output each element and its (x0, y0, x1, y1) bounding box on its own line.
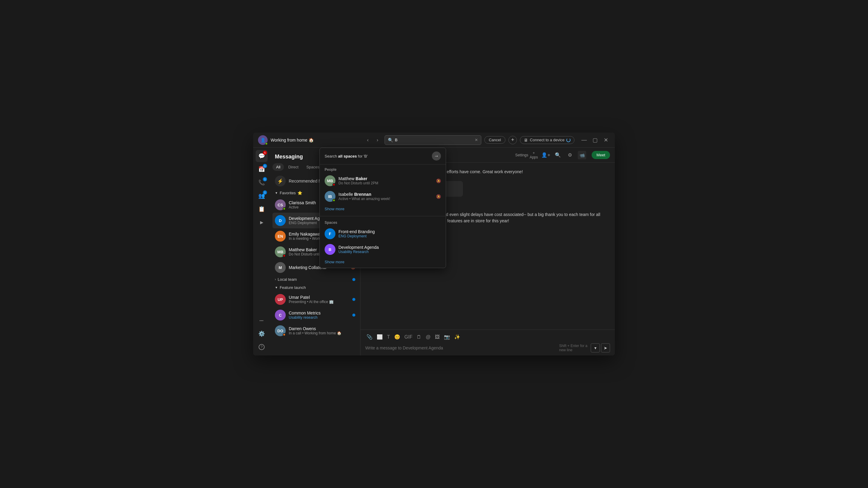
calls-badge: 1 (263, 177, 267, 181)
close-button[interactable]: ✕ (601, 136, 610, 144)
chat-search-icon[interactable]: 🔍 (553, 150, 563, 160)
dropdown-avatar-frontend: F (324, 228, 336, 239)
local-team-header[interactable]: › Local team (273, 275, 358, 284)
chevron-right-icon: › (275, 278, 276, 281)
unread-dot-umar (352, 298, 355, 301)
forward-button[interactable]: › (373, 136, 381, 144)
message-input[interactable] (365, 346, 559, 350)
attach-icon[interactable]: 📎 (365, 333, 374, 341)
dropdown-divider (320, 216, 446, 216)
add-apps-button[interactable]: + Apps (529, 150, 538, 160)
input-send-row: Shift + Enter for a new line ▾ ➤ (365, 344, 610, 352)
local-team-section: › Local team (270, 275, 360, 284)
search-go-button[interactable]: → (432, 152, 441, 161)
spaces-show-more-link[interactable]: Show more (320, 257, 446, 268)
nav-help[interactable]: ? (255, 341, 268, 353)
active-status-isabelle (333, 199, 336, 202)
ai-icon[interactable]: ✨ (453, 333, 461, 341)
text-format-icon[interactable]: T (386, 333, 391, 341)
local-team-label: Local team (278, 277, 297, 282)
gif-icon[interactable]: GIF (403, 333, 414, 341)
more-icon: ••• (259, 319, 264, 322)
contact-umar[interactable]: UP Umar Patel Presenting • At the office… (273, 292, 358, 307)
back-button[interactable]: ‹ (364, 136, 372, 144)
whiteboard-icon[interactable]: ⬜ (375, 333, 384, 341)
people-show-more-link[interactable]: Show more (320, 204, 446, 215)
mention-icon[interactable]: @ (424, 333, 432, 341)
nav-calendar[interactable]: 📅 1 (255, 163, 268, 175)
camera-icon[interactable]: 📷 (443, 333, 451, 341)
contact-info-common: Common Metrics Usability research (289, 311, 349, 320)
avatar-emily: EN (275, 231, 286, 241)
nav-more[interactable]: ••• (255, 315, 268, 327)
monitor-icon: 🖥 (524, 138, 528, 142)
minimize-button[interactable]: — (580, 136, 588, 144)
send-options-button[interactable]: ▾ (591, 344, 600, 352)
spaces-section-label: Spaces (320, 218, 446, 226)
chat-header-icons: Settings + Apps 👤+ 🔍 ⚙ (517, 150, 575, 160)
connect-device-button[interactable]: 🖥 Connect to a device (520, 136, 575, 144)
emoji-icon[interactable]: 😊 (393, 333, 401, 341)
mute-indicator-isabelle: 🔕 (436, 194, 441, 199)
search-dropdown: Search all spaces for 'B' → People MB Ma… (319, 148, 446, 268)
video-add-icon[interactable]: 📹 (578, 151, 586, 159)
maximize-button[interactable]: ▢ (591, 136, 599, 144)
search-bar[interactable]: 🔍 ✕ (384, 135, 481, 145)
dropdown-info-matthew: Matthew Baker Do Not Disturb until 2PM (338, 176, 433, 185)
nav-settings[interactable]: ⚙️ (255, 328, 268, 340)
dropdown-devagenda[interactable]: B Development Agenda Usability Research (320, 241, 446, 257)
image-icon[interactable]: 🖼 (434, 333, 441, 341)
meet-button[interactable]: Meet (592, 151, 610, 159)
nav-people[interactable]: 👥 1 (255, 190, 268, 202)
nav-contacts[interactable]: 📋 (255, 203, 268, 215)
add-button[interactable]: + (508, 136, 517, 144)
input-toolbar: 📎 ⬜ T 😊 GIF 🗒 @ 🖼 📷 ✨ (365, 333, 610, 341)
avatar-darren: DO (275, 325, 286, 336)
nav-messaging[interactable]: 💬 5 (255, 150, 268, 162)
search-input[interactable] (395, 138, 472, 142)
contact-status-common: Usability research (289, 315, 349, 320)
shift-hint: Shift + Enter for a new line (559, 344, 588, 352)
settings-icon: ⚙️ (258, 330, 265, 337)
tab-all[interactable]: All (273, 163, 284, 171)
dropdown-isabelle[interactable]: IB Isabelle Brennan Active • What an ama… (320, 189, 446, 204)
contact-info-darren: Darren Owens In a call • Working from ho… (289, 326, 355, 335)
contact-name-common: Common Metrics (289, 311, 349, 315)
mute-indicator-matthew: 🔕 (436, 178, 441, 183)
contact-status-umar: Presenting • At the office 🏢 (289, 300, 349, 304)
title-bar: 👤 Working from home 🏠 ‹ › 🔍 ✕ Cancel + 🖥… (253, 133, 615, 148)
cancel-button[interactable]: Cancel (484, 136, 505, 144)
chevron-down-icon-2: ▼ (275, 286, 278, 289)
chat-settings-icon[interactable]: ⚙ (565, 150, 575, 160)
nav-tasks[interactable]: ▶ (255, 216, 268, 228)
dropdown-matthew[interactable]: MB Matthew Baker Do Not Disturb until 2P… (320, 173, 446, 189)
add-person-icon[interactable]: 👤+ (541, 150, 551, 160)
star-icon: ⭐ (298, 191, 302, 195)
unread-dot-common (352, 314, 355, 317)
dropdown-info-frontend: Front-end Branding ENG Deployment (338, 229, 441, 238)
contact-common[interactable]: C Common Metrics Usability research (273, 307, 358, 323)
dropdown-frontend[interactable]: F Front-end Branding ENG Deployment (320, 226, 446, 241)
tab-direct[interactable]: Direct (284, 163, 302, 171)
messaging-badge: 5 (263, 151, 267, 155)
avatar-matthew: MB (275, 247, 286, 257)
contact-info-umar: Umar Patel Presenting • At the office 🏢 (289, 295, 349, 304)
settings-tab[interactable]: Settings (517, 150, 527, 160)
send-button[interactable]: ➤ (601, 344, 610, 352)
nav-calls[interactable]: 📞 1 (255, 176, 268, 189)
local-team-unread-dot (352, 278, 355, 281)
send-buttons: ▾ ➤ (591, 344, 610, 352)
clear-search-icon[interactable]: ✕ (475, 138, 478, 142)
window-title: Working from home 🏠 (271, 138, 361, 142)
tasks-icon: ▶ (260, 220, 264, 225)
sticker-icon[interactable]: 🗒 (415, 333, 423, 341)
contact-darren[interactable]: DO Darren Owens In a call • Working from… (273, 323, 358, 338)
contact-name-umar: Umar Patel (289, 295, 349, 300)
dnd-status-matthew (333, 183, 336, 186)
feature-launch-header[interactable]: ▼ Feature launch (273, 284, 358, 292)
dropdown-sub-matthew: Do Not Disturb until 2PM (338, 181, 433, 185)
lightning-icon: ⚡ (275, 175, 286, 187)
dropdown-sub-devagenda: Usability Research (338, 250, 441, 254)
nav-arrows: ‹ › (364, 136, 381, 144)
sidebar-title: Messaging (275, 154, 303, 160)
